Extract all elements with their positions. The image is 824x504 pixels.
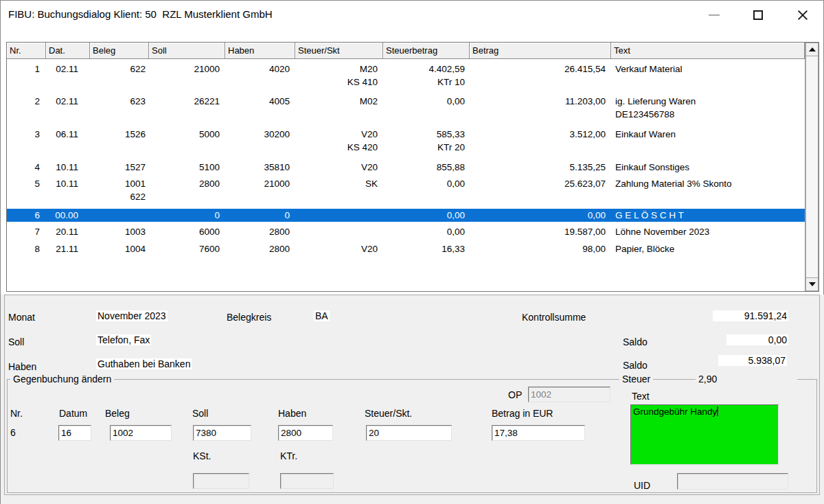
cell-beleg bbox=[90, 209, 149, 222]
cell-soll: 26221 bbox=[149, 95, 225, 121]
cell-nr: 1 bbox=[7, 62, 46, 89]
table-header-row: Nr.Dat.BelegSollHabenSteuer/SktSteuerbet… bbox=[7, 43, 805, 59]
soll-input[interactable] bbox=[193, 425, 251, 441]
cell-text: Verkauf Material bbox=[611, 62, 805, 89]
soll-account-value: Telefon, Fax bbox=[96, 334, 151, 345]
cell-text: Einkauf Sonstiges bbox=[611, 161, 805, 174]
close-button[interactable] bbox=[792, 5, 813, 24]
minimize-icon bbox=[709, 14, 720, 16]
cell-text: Einkauf Waren bbox=[611, 128, 805, 154]
belegkreis-label: Belegkreis bbox=[227, 312, 271, 323]
betrag-input[interactable] bbox=[492, 425, 585, 441]
op-input[interactable] bbox=[528, 387, 610, 402]
cell-soll: 0 bbox=[149, 209, 225, 222]
minimize-button[interactable] bbox=[704, 5, 724, 24]
cell-betrag: 3.512,00 bbox=[470, 128, 611, 154]
cell-nr: 4 bbox=[7, 161, 46, 174]
cell-betrag: 25.623,07 bbox=[470, 177, 611, 203]
column-header-soll[interactable]: Soll bbox=[149, 43, 225, 58]
cell-beleg: 1004 bbox=[90, 242, 149, 255]
cell-beleg: 1001622 bbox=[90, 177, 149, 203]
saldo-soll-label: Saldo bbox=[623, 336, 648, 347]
cell-soll: 5000 bbox=[149, 128, 225, 154]
steuer-value: 2,90 bbox=[696, 374, 797, 385]
cell-dat: 10.11 bbox=[46, 161, 90, 174]
text-label: Text bbox=[632, 391, 650, 402]
cell-nr: 5 bbox=[7, 177, 46, 203]
soll-label: Soll bbox=[192, 408, 208, 419]
cell-betrag: 11.203,00 bbox=[470, 95, 611, 121]
table-row[interactable]: 821.11100476002800V2016,3398,00Papier, B… bbox=[7, 242, 805, 255]
column-header-betrag[interactable]: Betrag bbox=[470, 43, 611, 58]
cell-haben: 4005 bbox=[225, 95, 295, 121]
kontrollsumme-label: Kontrollsumme bbox=[522, 312, 586, 323]
text-field-value: Grundgebühr Handy bbox=[633, 406, 717, 417]
cell-nr: 2 bbox=[7, 95, 46, 121]
cell-steuer bbox=[295, 225, 383, 238]
scrollbar-thumb[interactable] bbox=[805, 56, 819, 277]
gegenbuchung-groupbox: Gegenbuchung ändern Steuer 2,90 OP Text … bbox=[7, 379, 817, 493]
fibu-booking-dialog-window: FIBU: Buchungsdialog Klient: 50 RZL Must… bbox=[0, 0, 824, 504]
table-row[interactable]: 202.11623262214005M020,0011.203,00ig. Li… bbox=[7, 95, 805, 121]
saldo-soll-value: 0,00 bbox=[726, 334, 788, 345]
cell-dat: 02.11 bbox=[46, 62, 90, 89]
cell-haben: 30200 bbox=[225, 128, 295, 154]
cell-beleg: 622 bbox=[90, 62, 149, 89]
kontrollsumme-value: 91.591,24 bbox=[713, 310, 788, 321]
beleg-input[interactable] bbox=[110, 425, 172, 441]
steuer-label: Steuer bbox=[619, 374, 653, 385]
datum-label: Datum bbox=[59, 408, 87, 419]
haben-input[interactable] bbox=[278, 425, 333, 441]
column-header-haben[interactable]: Haben bbox=[225, 43, 295, 58]
saldo-haben-label: Saldo bbox=[623, 360, 648, 371]
nr-label: Nr. bbox=[10, 408, 23, 419]
steuerskt-input[interactable] bbox=[366, 425, 452, 441]
datum-input[interactable] bbox=[58, 425, 91, 441]
table-row[interactable]: 306.111526500030200V20KS 420585,33KTr 20… bbox=[7, 128, 805, 154]
cell-betrag: 98,00 bbox=[470, 242, 611, 255]
cell-dat: 10.11 bbox=[46, 177, 90, 203]
table-row-selected[interactable]: 600.00 00 0,000,00G E L Ö S C H T bbox=[7, 209, 805, 222]
column-header-steuerbetrag[interactable]: Steuerbetrag bbox=[383, 43, 470, 58]
cell-soll: 2800 bbox=[149, 177, 225, 203]
column-header-text[interactable]: Text bbox=[611, 43, 805, 58]
column-header-dat[interactable]: Dat. bbox=[46, 43, 90, 58]
cell-steuerbetrag: 0,00 bbox=[383, 225, 470, 238]
ktr-label: KTr. bbox=[280, 450, 297, 461]
table-row[interactable]: 102.11622210004020M20KS 4104.402,59KTr 1… bbox=[7, 62, 805, 89]
cell-haben: 0 bbox=[225, 209, 295, 222]
cell-steuer bbox=[295, 209, 383, 222]
cell-steuerbetrag: 0,00 bbox=[383, 177, 470, 203]
bookings-table: Nr.Dat.BelegSollHabenSteuer/SktSteuerbet… bbox=[6, 42, 819, 292]
table-row[interactable]: 510.111001622280021000SK0,0025.623,07Zah… bbox=[7, 177, 805, 203]
maximize-button[interactable] bbox=[748, 5, 768, 24]
column-header-beleg[interactable]: Beleg bbox=[90, 43, 149, 58]
cell-steuer: M20KS 410 bbox=[295, 62, 383, 89]
column-header-nr[interactable]: Nr. bbox=[7, 43, 46, 58]
table-row[interactable]: 410.111527510035810V20855,885.135,25Eink… bbox=[7, 161, 805, 174]
cell-dat: 21.11 bbox=[46, 242, 90, 255]
cell-text: G E L Ö S C H T bbox=[611, 209, 805, 222]
vertical-scrollbar[interactable] bbox=[805, 43, 819, 291]
cell-nr: 6 bbox=[7, 209, 46, 222]
text-field[interactable]: Grundgebühr Handy bbox=[630, 404, 779, 465]
haben-account-value: Guthaben bei Banken bbox=[96, 358, 192, 369]
ktr-input[interactable] bbox=[280, 473, 334, 489]
scrollbar-up-button[interactable] bbox=[805, 43, 819, 56]
nr-value: 6 bbox=[10, 427, 16, 438]
cell-nr: 3 bbox=[7, 128, 46, 154]
cell-text: ig. Lieferung WarenDE123456788 bbox=[611, 95, 805, 121]
column-header-steuer[interactable]: Steuer/Skt bbox=[295, 43, 383, 58]
cell-steuer: M02 bbox=[295, 95, 383, 121]
cell-dat: 06.11 bbox=[46, 128, 90, 154]
scrollbar-down-button[interactable] bbox=[805, 277, 819, 291]
cell-steuerbetrag: 16,33 bbox=[383, 242, 470, 255]
cell-soll: 6000 bbox=[149, 225, 225, 238]
table-row[interactable]: 720.11100360002800 0,0019.587,00Löhne No… bbox=[7, 225, 805, 238]
uid-input[interactable] bbox=[677, 473, 788, 490]
cell-haben: 21000 bbox=[225, 177, 295, 203]
cell-steuerbetrag: 585,33KTr 20 bbox=[383, 128, 470, 154]
kst-input[interactable] bbox=[193, 473, 249, 489]
cell-haben: 2800 bbox=[225, 225, 295, 238]
cell-steuer: V20KS 420 bbox=[295, 128, 383, 154]
